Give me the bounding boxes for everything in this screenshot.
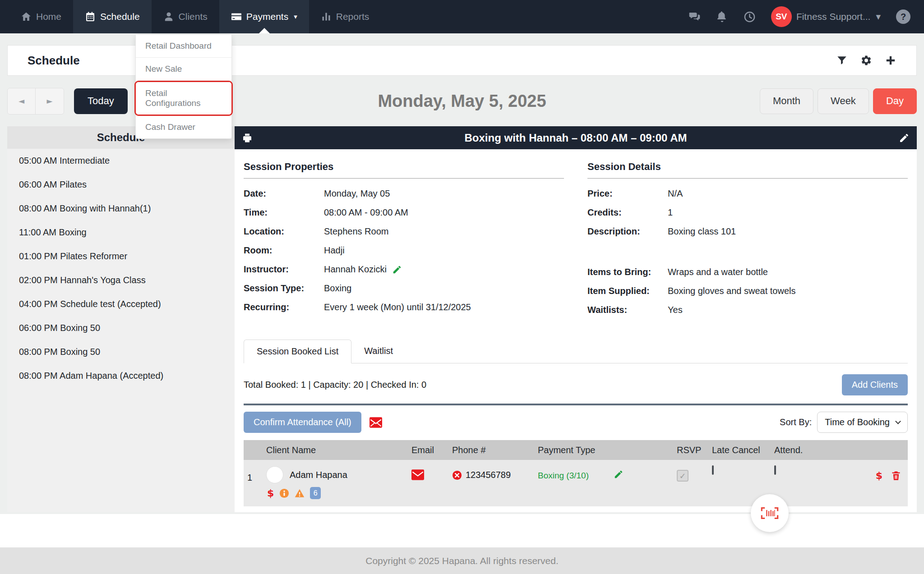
view-month-button[interactable]: Month	[760, 88, 813, 114]
nav-item-reports[interactable]: Reports	[309, 0, 381, 33]
avatar: SV	[771, 6, 792, 27]
attend-checkbox[interactable]	[774, 465, 776, 475]
date-arrows: ◄ ►	[7, 88, 64, 115]
today-button[interactable]: Today	[74, 88, 128, 114]
property-label: Session Type:	[244, 283, 324, 294]
title-bar-actions	[836, 55, 896, 66]
email-all-icon[interactable]	[370, 417, 382, 428]
property-value: Boxing gloves and sweat towels	[668, 286, 796, 296]
section-divider	[587, 178, 908, 179]
payment-due-icon[interactable]: $	[267, 487, 274, 499]
sidebar-session-item[interactable]: 08:00 PM Adam Hapana (Accepted)	[7, 364, 235, 388]
property-row: Session Type: Boxing	[244, 283, 564, 294]
property-label: Items to Bring:	[587, 267, 668, 277]
phone-invalid-icon	[452, 470, 462, 480]
column-header-client-name: Client Name	[265, 445, 411, 455]
property-value: Monday, May 05	[324, 188, 390, 199]
print-icon[interactable]	[242, 133, 253, 143]
bell-icon[interactable]	[716, 11, 728, 23]
charge-client-icon[interactable]: $	[876, 470, 882, 481]
nav-spacer	[381, 0, 688, 33]
nav-item-payments[interactable]: Payments ▾	[219, 0, 309, 33]
tab-waitlist[interactable]: Waitlist	[351, 340, 406, 363]
late-cancel-checkbox[interactable]	[712, 465, 714, 475]
menu-item-retail-dashboard[interactable]: Retail Dashboard	[136, 35, 231, 58]
gear-icon[interactable]	[860, 55, 872, 66]
nav-item-label: Reports	[336, 11, 370, 22]
client-avatar	[266, 466, 283, 483]
tab-session-booked-list[interactable]: Session Booked List	[244, 340, 351, 363]
add-clients-button[interactable]: Add Clients	[842, 374, 908, 395]
confirm-attendance-button[interactable]: Confirm Attendance (All)	[244, 412, 361, 433]
prev-day-button[interactable]: ◄	[8, 88, 36, 114]
edit-session-icon[interactable]	[899, 133, 910, 143]
client-phone-number: 123456789	[466, 470, 511, 480]
property-label: Location:	[244, 226, 324, 237]
chevron-down-icon	[895, 418, 901, 424]
sort-by-value: Time of Booking	[825, 417, 890, 427]
booked-summary-text: Total Booked: 1 | Capacity: 20 | Checked…	[244, 380, 426, 390]
sidebar-session-item[interactable]: 05:00 AM Intermediate	[7, 149, 235, 173]
menu-item-retail-configurations[interactable]: Retail Configurations	[136, 82, 231, 115]
sidebar-session-item[interactable]: 08:00 PM Boxing 50	[7, 340, 235, 364]
property-row: Waitlists: Yes	[587, 305, 908, 315]
sidebar-session-item[interactable]: 01:00 PM Pilates Reformer	[7, 244, 235, 268]
chevron-down-icon: ▾	[294, 13, 297, 21]
nav-item-clients[interactable]: Clients	[152, 0, 219, 33]
client-name[interactable]: Adam Hapana	[290, 470, 347, 480]
client-email-icon[interactable]	[411, 469, 451, 480]
column-header-late-cancel: Late Cancel	[711, 445, 773, 455]
table-header-row: Client Name Email Phone # Payment Type R…	[244, 440, 908, 460]
chat-icon[interactable]	[688, 11, 701, 23]
top-navigation: Home Schedule Clients Payments ▾ Reports…	[0, 0, 924, 33]
sidebar-session-item[interactable]: 06:00 PM Boxing 50	[7, 316, 235, 340]
sidebar-session-item[interactable]: 08:00 AM Boxing with Hannah(1)	[7, 197, 235, 220]
session-panel: Boxing with Hannah – 08:00 AM – 09:00 AM…	[235, 126, 917, 512]
filter-icon[interactable]	[836, 55, 848, 66]
view-day-button[interactable]: Day	[873, 88, 917, 114]
property-row: Description: Boxing class 101	[587, 226, 908, 237]
clock-icon[interactable]	[744, 11, 756, 23]
dropdown-pointer	[259, 28, 270, 33]
property-label: Time:	[244, 207, 324, 218]
next-day-button[interactable]: ►	[36, 88, 64, 114]
menu-item-cash-drawer[interactable]: Cash Drawer	[136, 116, 231, 138]
info-icon[interactable]	[279, 488, 289, 498]
sidebar-session-item[interactable]: 11:00 AM Boxing	[7, 220, 235, 244]
menu-item-new-sale[interactable]: New Sale	[136, 58, 231, 81]
property-label: Recurring:	[244, 302, 324, 312]
late-cancel-cell	[711, 466, 773, 474]
edit-instructor-icon[interactable]	[392, 265, 402, 275]
attend-cell	[773, 466, 858, 474]
property-value: Hadji	[324, 245, 345, 256]
plus-icon[interactable]	[885, 55, 896, 66]
delete-booking-icon[interactable]	[891, 470, 901, 481]
sidebar-session-item[interactable]: 06:00 AM Pilates	[7, 173, 235, 197]
barcode-scan-button[interactable]	[751, 494, 789, 532]
sort-by-select[interactable]: Time of Booking	[817, 412, 908, 433]
session-count-badge[interactable]: 6	[310, 487, 321, 499]
table-row: 1 Adam Hapana $	[244, 460, 908, 506]
property-value: 1	[668, 207, 673, 218]
property-value: Boxing	[324, 283, 351, 294]
help-icon[interactable]: ?	[896, 9, 910, 24]
booked-clients-table: Client Name Email Phone # Payment Type R…	[244, 440, 908, 506]
sidebar-session-item[interactable]: 02:00 PM Hannah's Yoga Class	[7, 268, 235, 292]
property-label: Item Supplied:	[587, 286, 668, 296]
property-value: Yes	[668, 305, 683, 315]
view-week-button[interactable]: Week	[818, 88, 869, 114]
payment-type-value: Boxing (3/10)	[537, 471, 613, 481]
sidebar-session-item[interactable]: 04:00 PM Schedule test (Accepted)	[7, 292, 235, 316]
user-menu[interactable]: SV Fitness Support... ▾	[771, 6, 881, 27]
nav-item-schedule[interactable]: Schedule	[73, 0, 152, 33]
property-row: Date: Monday, May 05	[244, 188, 564, 199]
edit-payment-icon[interactable]	[614, 469, 676, 479]
content-area: Schedule 05:00 AM Intermediate 06:00 AM …	[7, 126, 917, 512]
warning-icon[interactable]	[295, 488, 305, 498]
edit-payment-cell	[613, 469, 676, 479]
property-label: Room:	[244, 245, 324, 256]
section-heading: Session Details	[587, 161, 908, 173]
client-phone-cell: 123456789	[451, 470, 537, 480]
nav-item-home[interactable]: Home	[9, 0, 73, 33]
page-body: Retail Dashboard New Sale Retail Configu…	[0, 33, 924, 514]
